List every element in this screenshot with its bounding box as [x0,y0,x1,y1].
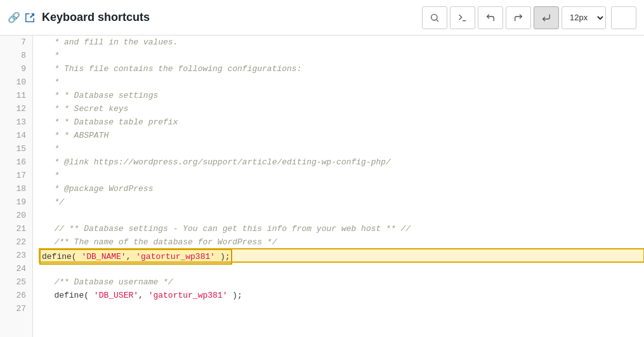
terminal-button[interactable] [450,6,475,29]
code-line: * @package WordPress [39,182,644,195]
code-line: * [39,169,644,182]
line-number: 9 [0,62,32,76]
line-number: 17 [0,169,32,182]
code-line [39,209,644,222]
link-icon [25,13,36,23]
line-number: 21 [0,222,32,235]
line-number: 12 [0,102,32,116]
line-number: 8 [0,49,32,62]
line-number: 19 [0,195,32,209]
search-icon [430,13,440,23]
code-line: * [39,142,644,155]
editor-area: 789101112131415161718192021222324252627 … [0,36,644,337]
code-line: * @link https://wordpress.org/support/ar… [39,155,644,169]
svg-point-0 [431,14,437,20]
toolbar-buttons: 12px 14px 16px [422,6,636,29]
page-title: Keyboard shortcuts [42,11,150,24]
line-number: 13 [0,116,32,129]
toolbar-extra-box [611,6,636,29]
line-number: 10 [0,76,32,89]
redo-icon [513,13,523,23]
line-number: 23 [0,249,32,262]
code-line: * * Secret keys [39,102,644,116]
code-line: * [39,49,644,62]
code-content[interactable]: * and fill in the values. * * This file … [33,36,644,337]
code-line: /** Database username */ [39,275,644,289]
line-number: 18 [0,182,32,195]
code-line: * [39,76,644,89]
line-number: 11 [0,89,32,102]
line-number: 24 [0,262,32,275]
line-number: 16 [0,155,32,169]
code-line: define( 'DB_USER', 'gatortur_wp381' ); [39,289,644,302]
code-line: * * Database table prefix [39,116,644,129]
code-line: // ** Database settings - You can get th… [39,222,644,235]
enter-button[interactable] [534,6,559,29]
code-line: * * ABSPATH [39,129,644,142]
code-line: * This file contains the following confi… [39,62,644,76]
terminal-icon [457,13,468,23]
line-number: 14 [0,129,32,142]
line-number: 27 [0,302,32,315]
line-number: 26 [0,289,32,302]
line-number: 25 [0,275,32,289]
redo-button[interactable] [506,6,531,29]
code-line: /** The name of the database for WordPre… [39,235,644,249]
line-number: 15 [0,142,32,155]
line-number: 20 [0,209,32,222]
line-number: 7 [0,36,32,49]
enter-icon [541,13,551,23]
line-numbers: 789101112131415161718192021222324252627 [0,36,33,337]
code-line: * and fill in the values. [39,36,644,49]
font-size-select[interactable]: 12px 14px 16px [562,6,606,29]
toolbar: 🔗 Keyboard shortcuts [0,0,644,36]
code-line [39,302,644,315]
search-button[interactable] [422,6,447,29]
undo-button[interactable] [478,6,503,29]
svg-line-1 [437,20,438,22]
code-line: * * Database settings [39,89,644,102]
code-line: */ [39,195,644,209]
toolbar-title-area: 🔗 Keyboard shortcuts [8,11,422,24]
external-link-icon: 🔗 [8,11,20,24]
code-line: define( 'DB_NAME', 'gatortur_wp381' ); [39,249,644,262]
undo-icon [485,13,496,23]
line-number: 22 [0,235,32,249]
